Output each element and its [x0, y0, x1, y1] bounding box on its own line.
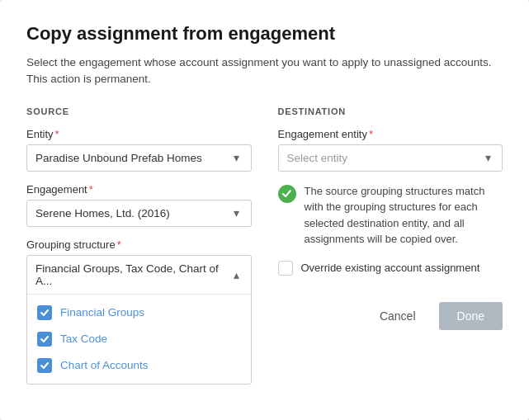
destination-section-label: DESTINATION [278, 106, 503, 116]
cancel-button[interactable]: Cancel [366, 303, 429, 329]
list-item[interactable]: Tax Code [27, 326, 251, 352]
modal-title: Copy assignment from engagement [26, 23, 503, 45]
dest-entity-placeholder: Select entity [287, 152, 478, 164]
destination-column: DESTINATION Engagement entity* Select en… [278, 106, 503, 385]
dest-entity-required-marker: * [369, 128, 373, 140]
tax-code-checkbox[interactable] [37, 332, 52, 347]
copy-assignment-modal: Copy assignment from engagement Select t… [0, 0, 529, 420]
dest-entity-select[interactable]: Select entity ▾ [278, 144, 503, 172]
dest-entity-field-label: Engagement entity* [278, 128, 503, 140]
entity-field-label: Entity* [26, 128, 252, 140]
grouping-header[interactable]: Financial Groups, Tax Code, Chart of A..… [27, 256, 251, 294]
grouping-chevron-up-icon: ▴ [231, 269, 243, 281]
grouping-items-list: Financial Groups Tax Code [27, 294, 251, 384]
engagement-select[interactable]: Serene Homes, Ltd. (2016) ▾ [26, 200, 252, 227]
modal-description: Select the engagement whose account assi… [26, 54, 503, 88]
dest-info-block: The source grouping structures match wit… [278, 183, 503, 248]
override-row[interactable]: Override existing account assignment [278, 261, 503, 276]
grouping-required-marker: * [117, 238, 121, 251]
match-check-icon [278, 185, 296, 203]
entity-select[interactable]: Paradise Unbound Prefab Homes ▾ [26, 144, 252, 172]
chart-of-accounts-checkbox[interactable] [37, 358, 52, 373]
source-section-label: SOURCE [26, 106, 252, 116]
list-item[interactable]: Financial Groups [27, 300, 251, 326]
override-checkbox[interactable] [278, 261, 293, 276]
grouping-value: Financial Groups, Tax Code, Chart of A..… [35, 262, 226, 287]
financial-groups-checkbox[interactable] [37, 305, 52, 320]
tax-code-label: Tax Code [60, 333, 107, 345]
modal-footer: Cancel Done [278, 295, 503, 330]
grouping-select[interactable]: Financial Groups, Tax Code, Chart of A..… [26, 255, 252, 385]
override-label: Override existing account assignment [301, 262, 480, 274]
dest-info-text: The source grouping structures match wit… [305, 183, 503, 248]
entity-select-value: Paradise Unbound Prefab Homes [35, 152, 226, 164]
engagement-chevron-down-icon: ▾ [231, 207, 243, 219]
entity-chevron-down-icon: ▾ [231, 152, 243, 163]
engagement-required-marker: * [89, 183, 93, 196]
engagement-field-label: Engagement* [26, 183, 252, 196]
source-column: SOURCE Entity* Paradise Unbound Prefab H… [26, 106, 252, 385]
done-button[interactable]: Done [439, 302, 503, 330]
entity-required-marker: * [55, 128, 59, 140]
grouping-field-label: Grouping structure* [26, 238, 252, 251]
list-item[interactable]: Chart of Accounts [27, 352, 251, 379]
chart-of-accounts-label: Chart of Accounts [60, 359, 149, 371]
dest-entity-chevron-down-icon: ▾ [482, 152, 494, 163]
engagement-select-value: Serene Homes, Ltd. (2016) [35, 207, 226, 219]
financial-groups-label: Financial Groups [60, 306, 144, 319]
columns-container: SOURCE Entity* Paradise Unbound Prefab H… [26, 106, 503, 385]
